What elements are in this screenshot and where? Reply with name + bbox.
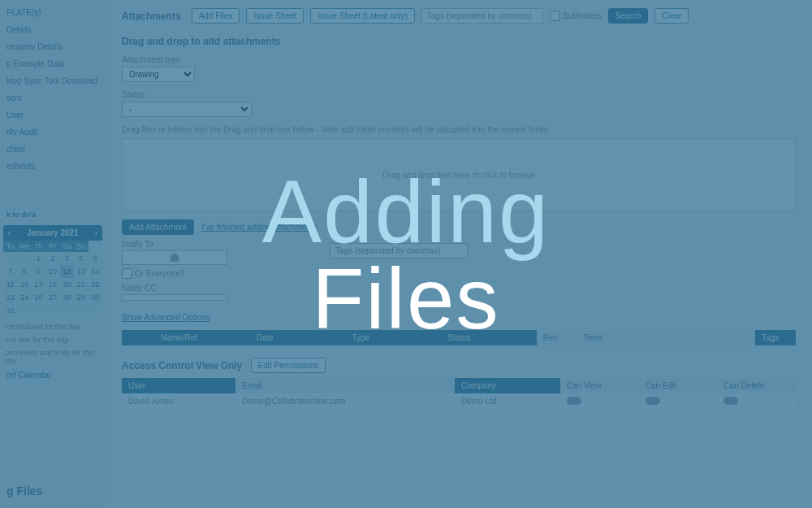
- sidebar-item-users[interactable]: sers: [0, 89, 106, 106]
- col-type[interactable]: Type: [345, 330, 441, 345]
- attachment-type-select[interactable]: Drawing: [122, 67, 195, 82]
- cal-day[interactable]: 16: [17, 278, 31, 291]
- status-select[interactable]: -: [122, 102, 252, 117]
- cal-day[interactable]: 26: [32, 291, 45, 304]
- subfolders-checkbox[interactable]: Subfolders: [550, 11, 602, 21]
- col-tags: Tags: [755, 330, 796, 345]
- cal-dow: Th: [32, 241, 45, 252]
- cal-dow: We: [17, 241, 31, 252]
- notify-to-input[interactable]: [122, 250, 227, 265]
- sidebar-item-example[interactable]: p Example Data: [0, 55, 106, 72]
- col-check: [122, 330, 154, 345]
- cal-day[interactable]: 23: [3, 291, 17, 304]
- cal-day[interactable]: 28: [60, 291, 74, 304]
- file-dropzone[interactable]: Drag and drop files here or click to bro…: [122, 138, 796, 211]
- cal-dow: Fr: [45, 241, 59, 252]
- sidebar-item-sync[interactable]: ktop Sync Tool Download: [0, 72, 106, 89]
- attachment-type-label: Attachment type: [122, 55, 796, 64]
- cal-day[interactable]: 10: [45, 265, 59, 278]
- cal-day[interactable]: 15: [3, 278, 17, 291]
- acl-col-view: Can View: [560, 378, 639, 393]
- acl-col-company: Company: [455, 378, 560, 393]
- show-advanced-link[interactable]: Show Advanced Options: [122, 313, 210, 322]
- acl-col-edit: Can Edit: [639, 378, 718, 393]
- issue-sheet-button[interactable]: Issue Sheet: [246, 8, 304, 24]
- tags-filter-input[interactable]: [421, 8, 543, 24]
- sidebar-item-plates[interactable]: PLATE(s): [0, 4, 106, 21]
- cal-next-icon[interactable]: ›: [95, 228, 97, 237]
- cal-day: [17, 252, 31, 265]
- cal-day[interactable]: 29: [74, 291, 88, 304]
- export-calendar-link[interactable]: ort Calendar: [0, 367, 106, 383]
- notify-to-label: Notify To: [122, 240, 317, 249]
- acl-view-toggle[interactable]: [560, 393, 639, 410]
- notify-cc-input[interactable]: [122, 294, 227, 301]
- cal-prev-icon[interactable]: ‹: [8, 228, 11, 237]
- col-date[interactable]: Date: [250, 330, 346, 345]
- cal-day[interactable]: 9: [32, 265, 45, 278]
- calendar-widget: ‹ January 2021 › TuWeThFrSaSu12356789101…: [3, 225, 102, 317]
- sidebar-item-details[interactable]: Details: [0, 21, 106, 38]
- acl-row: David Jones Demo@Collabrationline.com De…: [122, 393, 796, 410]
- acl-edit-toggle[interactable]: [639, 393, 718, 410]
- cal-day[interactable]: 1: [32, 252, 45, 265]
- page-title-footer: g Files: [0, 478, 49, 504]
- drop-instructions: Drag files or folders into the Drag and …: [122, 125, 796, 134]
- cal-day[interactable]: 3: [60, 252, 74, 265]
- everyone-check[interactable]: [122, 268, 132, 279]
- cal-day[interactable]: 12: [60, 265, 74, 278]
- col-name[interactable]: Name/Ref: [154, 330, 250, 345]
- cal-dow: Su: [74, 241, 88, 252]
- tags-input[interactable]: [330, 243, 468, 258]
- cal-day[interactable]: 2: [45, 252, 59, 265]
- person-icon: [171, 254, 179, 262]
- acl-col-delete: Can Delete: [717, 378, 796, 393]
- acl-delete-toggle[interactable]: [717, 393, 796, 410]
- cal-day[interactable]: 7: [3, 265, 17, 278]
- cal-day[interactable]: 13: [74, 265, 88, 278]
- acl-heading: Access Control View Only: [122, 360, 243, 371]
- acl-col-email: Email: [235, 378, 455, 393]
- cal-day[interactable]: 19: [45, 278, 59, 291]
- finished-adding-link[interactable]: I've finished adding attachments: [202, 223, 318, 232]
- sidebar-item-watchlist[interactable]: chlist: [0, 141, 106, 158]
- cal-day[interactable]: 14: [89, 265, 102, 278]
- cal-day[interactable]: 21: [74, 278, 88, 291]
- add-files-button[interactable]: Add Files: [192, 8, 240, 24]
- acl-company: Demo Ltd: [455, 393, 560, 410]
- cal-day[interactable]: 8: [17, 265, 31, 278]
- sidebar-item-timesheets[interactable]: esheets: [0, 158, 106, 175]
- sidebar-item-company[interactable]: ompany Details: [0, 38, 106, 55]
- col-status[interactable]: Status: [441, 330, 537, 345]
- toggle-icon: [567, 397, 581, 405]
- add-attachment-button[interactable]: Add Attachment: [122, 219, 194, 235]
- cal-day[interactable]: 30: [89, 291, 102, 304]
- cal-day[interactable]: 17: [32, 278, 45, 291]
- sidebar-item-audit[interactable]: rity Audit: [0, 124, 106, 141]
- edit-permissions-button[interactable]: Edit Permissions: [251, 358, 326, 373]
- cal-day[interactable]: 20: [60, 278, 74, 291]
- cal-day: [89, 241, 102, 252]
- cal-day[interactable]: 6: [89, 252, 102, 265]
- todos-link[interactable]: k to do's: [0, 207, 106, 222]
- attachments-toolbar: Attachments Add Files Issue Sheet Issue …: [122, 8, 796, 24]
- drag-drop-heading: Drag and drop to add attachments: [122, 36, 796, 47]
- sidebar-item-user[interactable]: User: [0, 106, 106, 124]
- status-label: Status: [122, 90, 796, 99]
- or-everyone-checkbox[interactable]: Or Everyone?: [122, 268, 317, 279]
- cal-legend: o is due for this day: [0, 333, 106, 346]
- search-button[interactable]: Search: [608, 8, 649, 24]
- subfolders-check[interactable]: [550, 11, 560, 21]
- cal-day[interactable]: 22: [89, 278, 102, 291]
- cal-day[interactable]: 24: [17, 291, 31, 304]
- main-panel: Attachments Add Files Issue Sheet Issue …: [106, 0, 812, 508]
- col-tools: Tools: [577, 330, 755, 345]
- acl-user: David Jones: [122, 393, 235, 410]
- clear-button[interactable]: Clear: [654, 8, 689, 24]
- cal-day[interactable]: 5: [74, 252, 88, 265]
- acl-col-user: User: [122, 378, 235, 393]
- issue-sheet-latest-button[interactable]: Issue Sheet (Latest only): [310, 8, 415, 24]
- cal-day[interactable]: 31: [3, 304, 17, 317]
- cal-day[interactable]: 27: [45, 291, 59, 304]
- sidebar: PLATE(s) Details ompany Details p Exampl…: [0, 0, 106, 508]
